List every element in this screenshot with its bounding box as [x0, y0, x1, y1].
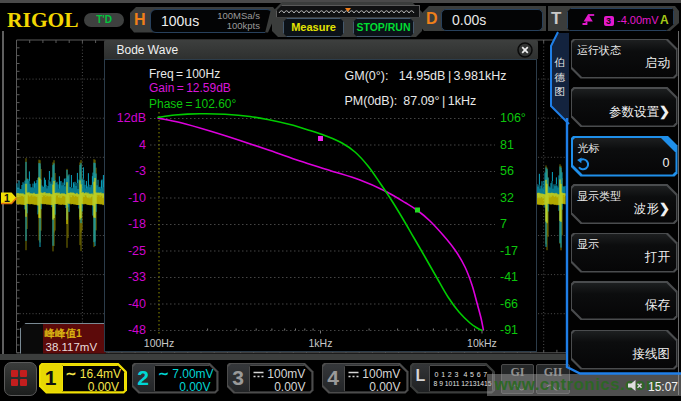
svg-text:-3: -3 [135, 164, 146, 178]
svg-text:81: 81 [500, 138, 514, 152]
svg-text:-25: -25 [128, 244, 146, 258]
svg-text:-48: -48 [128, 323, 146, 337]
svg-text:12dB: 12dB [117, 111, 146, 125]
svg-text:-10: -10 [128, 191, 146, 205]
svg-text:-18: -18 [128, 217, 146, 231]
svg-text:-91: -91 [500, 323, 518, 337]
svg-text:1: 1 [4, 192, 10, 204]
svg-text:7: 7 [500, 217, 507, 231]
svg-text:106°: 106° [500, 111, 526, 125]
svg-text:100Hz: 100Hz [144, 337, 174, 349]
svg-text:1kHz: 1kHz [309, 337, 333, 349]
svg-text:-40: -40 [128, 297, 146, 311]
svg-text:32: 32 [500, 191, 514, 205]
svg-text:10kHz: 10kHz [467, 337, 497, 349]
svg-text:-66: -66 [500, 297, 518, 311]
svg-text:-17: -17 [500, 244, 518, 258]
svg-text:56: 56 [500, 164, 514, 178]
svg-text:-33: -33 [128, 270, 146, 284]
svg-text:4: 4 [139, 138, 146, 152]
svg-text:-41: -41 [500, 270, 518, 284]
